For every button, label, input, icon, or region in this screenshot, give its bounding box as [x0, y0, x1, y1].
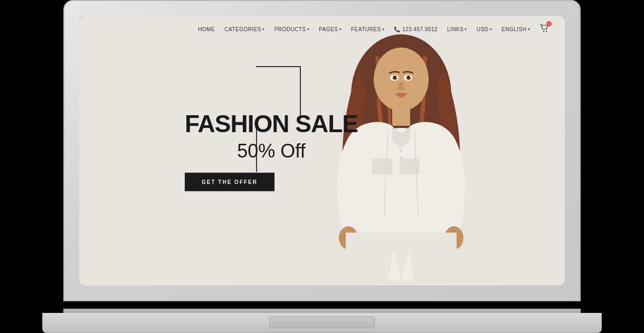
- svg-point-17: [396, 76, 397, 77]
- svg-rect-5: [372, 159, 392, 174]
- nav-features[interactable]: FEATURES ▾: [351, 26, 384, 32]
- svg-point-3: [374, 48, 429, 111]
- svg-rect-4: [392, 105, 410, 126]
- svg-point-18: [410, 76, 411, 77]
- svg-point-8: [400, 156, 402, 159]
- hero-title: FASHION SALE: [185, 110, 358, 137]
- website: HOME CATEGORIES ▾ PRODUCTS ▾ PAGES ▾: [79, 16, 565, 285]
- svg-point-0: [543, 31, 544, 32]
- nav-currency[interactable]: USD ▾: [477, 26, 492, 32]
- laptop-hinge: [63, 309, 581, 313]
- hero-text-block: FASHION SALE 50% Off GET THE OFFER: [185, 110, 358, 191]
- cart-button[interactable]: 0: [539, 24, 549, 34]
- chevron-down-icon: ▾: [490, 27, 493, 32]
- nav-pages[interactable]: PAGES ▾: [319, 26, 342, 32]
- svg-point-20: [408, 82, 418, 89]
- laptop-lid: HOME CATEGORIES ▾ PRODUCTS ▾ PAGES ▾: [63, 0, 581, 301]
- nav-links[interactable]: LINKS ▾: [447, 26, 467, 32]
- laptop-mockup: HOME CATEGORIES ▾ PRODUCTS ▾ PAGES ▾: [32, 0, 612, 333]
- chevron-down-icon: ▾: [465, 27, 467, 32]
- nav-categories[interactable]: CATEGORIES ▾: [224, 26, 264, 32]
- hero-subtitle: 50% Off: [185, 140, 358, 162]
- svg-point-19: [384, 82, 395, 89]
- nav-products[interactable]: PRODUCTS ▾: [274, 26, 310, 32]
- cta-button[interactable]: GET THE OFFER: [185, 172, 274, 191]
- navigation: HOME CATEGORIES ▾ PRODUCTS ▾ PAGES ▾: [79, 16, 565, 42]
- cart-badge: 0: [546, 21, 552, 26]
- svg-point-7: [400, 150, 402, 152]
- trackpad[interactable]: [269, 317, 375, 328]
- nav-items: HOME CATEGORIES ▾ PRODUCTS ▾ PAGES ▾: [198, 24, 549, 34]
- svg-point-1: [546, 31, 547, 32]
- nav-home[interactable]: HOME: [198, 26, 215, 32]
- hero-section: FASHION SALE 50% Off GET THE OFFER: [79, 16, 565, 285]
- laptop-base: [42, 313, 602, 333]
- chevron-down-icon: ▾: [262, 27, 265, 32]
- nav-language[interactable]: ENGLISH ▾: [501, 26, 530, 32]
- chevron-down-icon: ▾: [307, 27, 310, 32]
- chevron-down-icon: ▾: [382, 27, 385, 32]
- screen-bezel: HOME CATEGORIES ▾ PRODUCTS ▾ PAGES ▾: [79, 16, 565, 285]
- chevron-down-icon: ▾: [339, 27, 342, 32]
- chevron-down-icon: ▾: [528, 27, 531, 32]
- nav-phone: 📞 123.457.9012: [394, 26, 438, 32]
